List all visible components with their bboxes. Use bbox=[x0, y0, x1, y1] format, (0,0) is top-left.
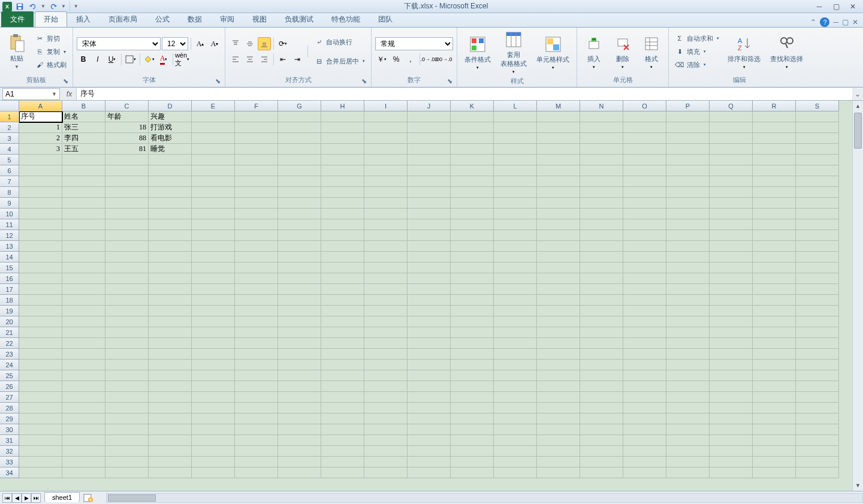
cell[interactable] bbox=[235, 122, 278, 133]
cell[interactable] bbox=[753, 133, 796, 144]
cell[interactable] bbox=[753, 241, 796, 252]
cell[interactable]: 年龄 bbox=[105, 111, 149, 122]
col-header[interactable]: S bbox=[796, 101, 839, 111]
cell[interactable] bbox=[364, 360, 408, 370]
cell[interactable] bbox=[192, 446, 235, 457]
cell[interactable] bbox=[105, 284, 149, 295]
col-header[interactable]: N bbox=[580, 101, 623, 111]
cell[interactable] bbox=[62, 435, 105, 446]
cell[interactable] bbox=[580, 360, 623, 370]
cell[interactable] bbox=[364, 252, 408, 262]
vertical-scrollbar[interactable]: ▲ ▼ bbox=[852, 101, 863, 491]
cell[interactable] bbox=[19, 230, 62, 241]
cell[interactable] bbox=[710, 360, 753, 370]
col-header[interactable]: P bbox=[666, 101, 710, 111]
cell[interactable] bbox=[494, 262, 537, 273]
cell[interactable] bbox=[796, 176, 839, 187]
cell[interactable] bbox=[666, 435, 710, 446]
cell[interactable] bbox=[408, 435, 451, 446]
col-header[interactable]: A bbox=[19, 101, 62, 111]
col-header[interactable]: B bbox=[62, 101, 105, 111]
cell[interactable] bbox=[796, 381, 839, 392]
cell[interactable]: 张三 bbox=[62, 122, 105, 133]
cell[interactable] bbox=[753, 316, 796, 327]
cell[interactable] bbox=[710, 187, 753, 198]
cell[interactable] bbox=[321, 327, 364, 338]
cell[interactable] bbox=[408, 252, 451, 262]
cell[interactable]: 88 bbox=[105, 133, 149, 144]
cell[interactable] bbox=[580, 252, 623, 262]
redo-button[interactable] bbox=[48, 1, 59, 12]
cell[interactable] bbox=[364, 457, 408, 467]
cell[interactable] bbox=[192, 165, 235, 176]
cell[interactable] bbox=[321, 403, 364, 414]
row-header[interactable]: 22 bbox=[0, 338, 19, 349]
increase-font-icon[interactable]: A▴ bbox=[194, 37, 207, 50]
cell[interactable] bbox=[796, 467, 839, 478]
cell[interactable] bbox=[753, 284, 796, 295]
cell[interactable] bbox=[451, 165, 494, 176]
cell[interactable] bbox=[666, 133, 710, 144]
cell[interactable] bbox=[192, 295, 235, 306]
cell[interactable] bbox=[537, 252, 580, 262]
cell[interactable] bbox=[278, 403, 321, 414]
cell[interactable] bbox=[494, 176, 537, 187]
cell[interactable] bbox=[192, 284, 235, 295]
cell[interactable] bbox=[408, 144, 451, 155]
comma-button[interactable]: , bbox=[404, 53, 417, 66]
col-header[interactable]: L bbox=[494, 101, 537, 111]
cell[interactable] bbox=[796, 306, 839, 316]
cell[interactable] bbox=[321, 176, 364, 187]
cell[interactable] bbox=[666, 392, 710, 403]
cell[interactable] bbox=[623, 144, 666, 155]
cell[interactable] bbox=[494, 155, 537, 165]
cell[interactable] bbox=[321, 381, 364, 392]
fill-color-button[interactable]: ▾ bbox=[143, 53, 156, 66]
cell[interactable] bbox=[149, 392, 192, 403]
cell[interactable] bbox=[666, 306, 710, 316]
cell[interactable] bbox=[537, 392, 580, 403]
cell[interactable] bbox=[796, 187, 839, 198]
cell[interactable] bbox=[235, 273, 278, 284]
cell[interactable] bbox=[62, 381, 105, 392]
cell[interactable] bbox=[537, 219, 580, 230]
cell[interactable] bbox=[710, 338, 753, 349]
cell[interactable] bbox=[364, 176, 408, 187]
cell[interactable] bbox=[149, 370, 192, 381]
cell[interactable] bbox=[623, 327, 666, 338]
row-header[interactable]: 30 bbox=[0, 424, 19, 435]
clear-button[interactable]: ⌫清除▾ bbox=[672, 59, 722, 71]
cell[interactable] bbox=[192, 241, 235, 252]
cell[interactable] bbox=[451, 209, 494, 219]
font-name-select[interactable]: 宋体 bbox=[77, 37, 161, 50]
cell[interactable] bbox=[192, 457, 235, 467]
cell[interactable] bbox=[278, 316, 321, 327]
table-format-button[interactable]: 套用 表格格式▾ bbox=[497, 29, 530, 76]
cell[interactable]: 18 bbox=[105, 122, 149, 133]
col-header[interactable]: Q bbox=[710, 101, 753, 111]
cell[interactable] bbox=[494, 230, 537, 241]
cell[interactable] bbox=[666, 295, 710, 306]
cell[interactable] bbox=[278, 349, 321, 360]
row-header[interactable]: 5 bbox=[0, 155, 19, 165]
cell[interactable] bbox=[192, 111, 235, 122]
cell[interactable] bbox=[278, 424, 321, 435]
cell[interactable] bbox=[666, 176, 710, 187]
cell[interactable] bbox=[105, 165, 149, 176]
cell[interactable] bbox=[278, 155, 321, 165]
cell[interactable] bbox=[710, 198, 753, 209]
cell[interactable] bbox=[364, 284, 408, 295]
cell[interactable] bbox=[321, 338, 364, 349]
cell[interactable] bbox=[62, 273, 105, 284]
cell[interactable] bbox=[235, 262, 278, 273]
cell[interactable] bbox=[19, 176, 62, 187]
cell[interactable] bbox=[364, 273, 408, 284]
cell[interactable] bbox=[580, 230, 623, 241]
cell[interactable] bbox=[321, 316, 364, 327]
formula-expand-icon[interactable]: ⌄ bbox=[852, 90, 863, 98]
cell[interactable] bbox=[710, 349, 753, 360]
cell[interactable] bbox=[364, 133, 408, 144]
cell[interactable] bbox=[149, 467, 192, 478]
cell[interactable] bbox=[149, 446, 192, 457]
cell[interactable] bbox=[710, 273, 753, 284]
